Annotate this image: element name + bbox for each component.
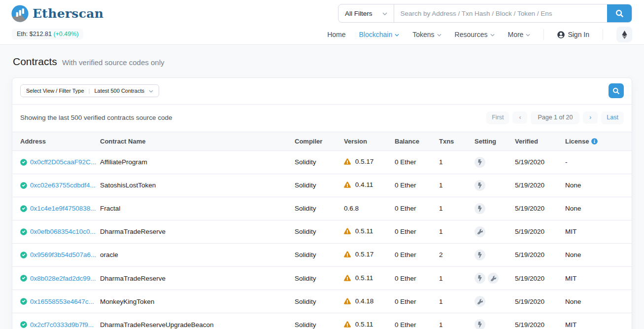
compiler: Solidity <box>291 150 340 174</box>
verified-date: 5/19/2020 <box>511 197 561 220</box>
warning-icon[interactable] <box>344 252 353 259</box>
filter-separator: | <box>89 88 90 94</box>
compiler: Solidity <box>291 243 340 266</box>
pagination-prev-button[interactable]: ‹ <box>512 111 527 124</box>
balance: 0 Ether <box>391 290 435 313</box>
search-button[interactable] <box>607 4 632 22</box>
warning-icon[interactable] <box>344 298 353 306</box>
info-icon[interactable] <box>591 138 598 145</box>
nav-item-tokens[interactable]: Tokens <box>412 31 441 38</box>
search-filter-dropdown[interactable]: All Filters <box>339 4 394 22</box>
bolt-icon[interactable] <box>475 203 485 214</box>
column-header-setting: Setting <box>471 132 511 150</box>
global-search-bar: All Filters <box>338 4 632 23</box>
wrench-icon[interactable] <box>488 273 499 284</box>
nav-item-blockchain[interactable]: Blockchain <box>359 31 400 38</box>
version-text: 0.5.11 <box>355 227 373 235</box>
setting-cell <box>471 197 511 220</box>
version-text: 0.4.18 <box>355 297 374 305</box>
verified-date: 5/19/2020 <box>511 243 561 266</box>
nav-item-resources[interactable]: Resources <box>455 31 495 38</box>
bolt-icon[interactable] <box>475 250 485 260</box>
verified-date: 5/19/2020 <box>511 313 561 329</box>
balance: 0 Ether <box>391 243 435 266</box>
balance: 0 Ether <box>391 313 435 329</box>
sign-in-button[interactable]: Sign In <box>557 31 589 38</box>
contract-address-link[interactable]: 0x16558553e4647c... <box>30 298 94 305</box>
verified-check-icon <box>20 182 27 189</box>
column-header-balance: Balance <box>391 132 435 150</box>
table-header-row: Address Contract Name Compiler Version B… <box>12 132 632 150</box>
chevron-down-icon <box>437 34 441 37</box>
pagination-first-button[interactable]: First <box>486 111 509 124</box>
table-row: 0x0efb068354c10c0... DharmaTradeReserve … <box>12 220 632 243</box>
filter-toolbar: Select View / Filter Type | Latest 500 C… <box>12 78 632 104</box>
compiler: Solidity <box>291 290 340 313</box>
column-header-version: Version <box>340 132 391 150</box>
setting-cell <box>471 150 511 174</box>
showing-text: Showing the last 500 verified contracts … <box>20 114 172 121</box>
contract-address-link[interactable]: 0xc02e63755cdbdf4... <box>30 182 96 189</box>
contracts-card: Select View / Filter Type | Latest 500 C… <box>12 77 632 329</box>
balance: 0 Ether <box>391 266 435 290</box>
version-cell: 0.5.11 <box>340 266 391 290</box>
wrench-icon[interactable] <box>475 226 485 237</box>
compiler: Solidity <box>291 220 340 243</box>
setting-cell <box>471 290 511 313</box>
balance: 0 Ether <box>391 174 435 197</box>
page-title: Contracts <box>13 56 57 68</box>
contracts-table: Address Contract Name Compiler Version B… <box>12 132 632 329</box>
bolt-icon[interactable] <box>475 157 485 168</box>
table-row: 0x9569f3b54d507a6... oracle Solidity 0.5… <box>12 243 632 266</box>
setting-cell <box>471 266 511 290</box>
bolt-icon[interactable] <box>475 319 485 329</box>
version-cell: 0.4.18 <box>340 290 391 313</box>
chevron-down-icon <box>490 34 495 37</box>
contract-address-link[interactable]: 0x1c4e1e9f4750838... <box>30 205 96 212</box>
contract-address-link[interactable]: 0x9569f3b54d507a6... <box>30 251 96 258</box>
warning-icon[interactable] <box>344 228 353 236</box>
verified-date: 5/19/2020 <box>511 174 561 197</box>
txn-count: 1 <box>435 150 471 174</box>
verified-check-icon <box>20 159 27 166</box>
column-header-verified: Verified <box>511 132 561 150</box>
contract-address-link[interactable]: 0x2cf7c0333d9b7f9... <box>30 321 94 329</box>
table-search-button[interactable] <box>609 83 624 98</box>
version-text: 0.5.11 <box>355 321 373 328</box>
balance: 0 Ether <box>391 220 435 243</box>
network-switcher-button[interactable] <box>616 27 632 42</box>
search-input[interactable] <box>394 4 607 22</box>
version-text: 0.6.8 <box>344 205 359 212</box>
version-text: 0.5.11 <box>355 274 373 282</box>
search-icon <box>616 10 623 17</box>
pagination-last-button[interactable]: Last <box>601 111 624 124</box>
setting-cell <box>471 174 511 197</box>
contract-address-link[interactable]: 0x8b028e2fad2dc99... <box>30 275 96 282</box>
table-row: 0xc02e63755cdbdf4... SatoshisLostToken S… <box>12 174 632 197</box>
eth-price-badge[interactable]: Eth: $212.81 (+0.49%) <box>12 29 83 39</box>
column-header-contract-name: Contract Name <box>96 132 291 150</box>
warning-icon[interactable] <box>344 275 353 283</box>
txn-count: 1 <box>435 313 471 329</box>
view-filter-dropdown[interactable]: Select View / Filter Type | Latest 500 C… <box>20 84 159 97</box>
warning-icon[interactable] <box>344 159 353 166</box>
compiler: Solidity <box>291 197 340 220</box>
nav-item-home[interactable]: Home <box>327 31 345 38</box>
nav-item-more[interactable]: More <box>508 31 531 38</box>
warning-icon[interactable] <box>344 322 353 329</box>
wrench-icon[interactable] <box>475 296 485 307</box>
license: - <box>561 150 632 174</box>
etherscan-logo-icon <box>11 4 29 23</box>
bolt-icon[interactable] <box>475 180 485 191</box>
setting-cell <box>471 313 511 329</box>
bolt-icon[interactable] <box>475 273 485 284</box>
contract-address-link[interactable]: 0x0cff2D05caaF92C... <box>30 158 96 166</box>
version-text: 0.4.11 <box>355 181 373 188</box>
page-body: Contracts With verified source codes onl… <box>0 45 644 329</box>
etherscan-logo[interactable]: Etherscan <box>11 4 103 23</box>
warning-icon[interactable] <box>344 182 353 189</box>
contract-address-link[interactable]: 0x0efb068354c10c0... <box>30 228 96 235</box>
pagination-next-button[interactable]: › <box>583 111 598 124</box>
license: None <box>561 197 632 220</box>
license: None <box>561 174 632 197</box>
